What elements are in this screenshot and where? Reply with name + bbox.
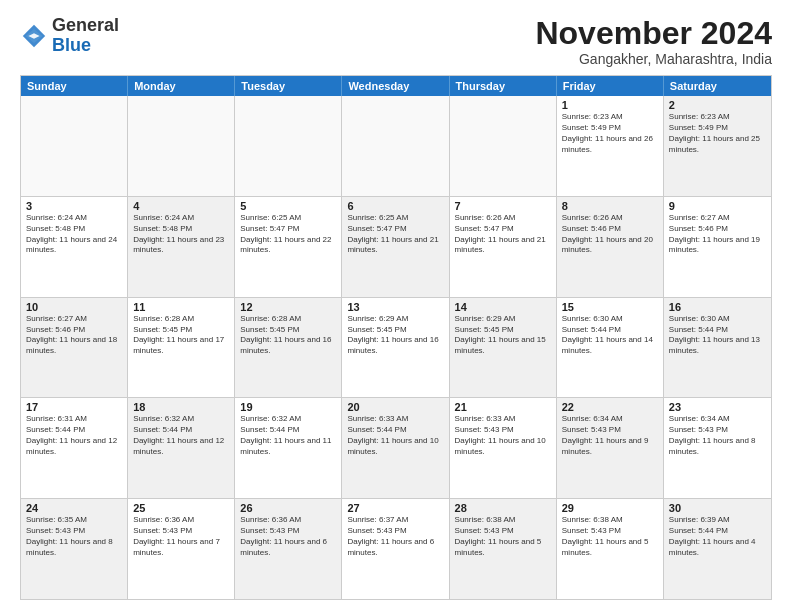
calendar-cell: 2Sunrise: 6:23 AMSunset: 5:49 PMDaylight… xyxy=(664,96,771,196)
logo-icon xyxy=(20,22,48,50)
day-info: Sunrise: 6:34 AMSunset: 5:43 PMDaylight:… xyxy=(669,414,766,457)
day-info: Sunrise: 6:25 AMSunset: 5:47 PMDaylight:… xyxy=(240,213,336,256)
calendar-cell xyxy=(21,96,128,196)
calendar-row-1: 3Sunrise: 6:24 AMSunset: 5:48 PMDaylight… xyxy=(21,196,771,297)
day-number: 7 xyxy=(455,200,551,212)
day-info: Sunrise: 6:31 AMSunset: 5:44 PMDaylight:… xyxy=(26,414,122,457)
calendar-row-3: 17Sunrise: 6:31 AMSunset: 5:44 PMDayligh… xyxy=(21,397,771,498)
calendar-row-0: 1Sunrise: 6:23 AMSunset: 5:49 PMDaylight… xyxy=(21,96,771,196)
day-number: 14 xyxy=(455,301,551,313)
day-number: 12 xyxy=(240,301,336,313)
day-info: Sunrise: 6:24 AMSunset: 5:48 PMDaylight:… xyxy=(133,213,229,256)
calendar-cell: 8Sunrise: 6:26 AMSunset: 5:46 PMDaylight… xyxy=(557,197,664,297)
day-info: Sunrise: 6:27 AMSunset: 5:46 PMDaylight:… xyxy=(26,314,122,357)
day-number: 6 xyxy=(347,200,443,212)
calendar-cell xyxy=(450,96,557,196)
day-info: Sunrise: 6:30 AMSunset: 5:44 PMDaylight:… xyxy=(669,314,766,357)
day-info: Sunrise: 6:36 AMSunset: 5:43 PMDaylight:… xyxy=(240,515,336,558)
day-info: Sunrise: 6:35 AMSunset: 5:43 PMDaylight:… xyxy=(26,515,122,558)
logo-general: General xyxy=(52,15,119,35)
page: General Blue November 2024 Gangakher, Ma… xyxy=(0,0,792,612)
calendar-cell xyxy=(128,96,235,196)
day-number: 20 xyxy=(347,401,443,413)
day-number: 29 xyxy=(562,502,658,514)
calendar-cell: 29Sunrise: 6:38 AMSunset: 5:43 PMDayligh… xyxy=(557,499,664,599)
month-title: November 2024 xyxy=(535,16,772,51)
day-info: Sunrise: 6:33 AMSunset: 5:44 PMDaylight:… xyxy=(347,414,443,457)
logo-blue: Blue xyxy=(52,35,91,55)
calendar-cell: 1Sunrise: 6:23 AMSunset: 5:49 PMDaylight… xyxy=(557,96,664,196)
day-number: 9 xyxy=(669,200,766,212)
calendar-header: SundayMondayTuesdayWednesdayThursdayFrid… xyxy=(21,76,771,96)
calendar-cell xyxy=(342,96,449,196)
calendar-cell: 9Sunrise: 6:27 AMSunset: 5:46 PMDaylight… xyxy=(664,197,771,297)
day-info: Sunrise: 6:23 AMSunset: 5:49 PMDaylight:… xyxy=(669,112,766,155)
title-block: November 2024 Gangakher, Maharashtra, In… xyxy=(535,16,772,67)
calendar-cell: 3Sunrise: 6:24 AMSunset: 5:48 PMDaylight… xyxy=(21,197,128,297)
day-number: 17 xyxy=(26,401,122,413)
day-number: 23 xyxy=(669,401,766,413)
logo-text: General Blue xyxy=(52,16,119,56)
day-number: 3 xyxy=(26,200,122,212)
logo: General Blue xyxy=(20,16,119,56)
calendar-cell: 28Sunrise: 6:38 AMSunset: 5:43 PMDayligh… xyxy=(450,499,557,599)
day-info: Sunrise: 6:36 AMSunset: 5:43 PMDaylight:… xyxy=(133,515,229,558)
day-info: Sunrise: 6:33 AMSunset: 5:43 PMDaylight:… xyxy=(455,414,551,457)
calendar-cell: 26Sunrise: 6:36 AMSunset: 5:43 PMDayligh… xyxy=(235,499,342,599)
header-day-monday: Monday xyxy=(128,76,235,96)
day-info: Sunrise: 6:39 AMSunset: 5:44 PMDaylight:… xyxy=(669,515,766,558)
day-number: 26 xyxy=(240,502,336,514)
header-day-tuesday: Tuesday xyxy=(235,76,342,96)
calendar-cell: 16Sunrise: 6:30 AMSunset: 5:44 PMDayligh… xyxy=(664,298,771,398)
day-number: 15 xyxy=(562,301,658,313)
calendar-cell: 22Sunrise: 6:34 AMSunset: 5:43 PMDayligh… xyxy=(557,398,664,498)
calendar-cell: 15Sunrise: 6:30 AMSunset: 5:44 PMDayligh… xyxy=(557,298,664,398)
calendar-cell: 27Sunrise: 6:37 AMSunset: 5:43 PMDayligh… xyxy=(342,499,449,599)
day-number: 25 xyxy=(133,502,229,514)
day-number: 8 xyxy=(562,200,658,212)
header-day-saturday: Saturday xyxy=(664,76,771,96)
day-number: 4 xyxy=(133,200,229,212)
calendar-cell: 12Sunrise: 6:28 AMSunset: 5:45 PMDayligh… xyxy=(235,298,342,398)
day-number: 22 xyxy=(562,401,658,413)
header-day-friday: Friday xyxy=(557,76,664,96)
header-day-wednesday: Wednesday xyxy=(342,76,449,96)
day-info: Sunrise: 6:34 AMSunset: 5:43 PMDaylight:… xyxy=(562,414,658,457)
day-info: Sunrise: 6:30 AMSunset: 5:44 PMDaylight:… xyxy=(562,314,658,357)
calendar-cell: 20Sunrise: 6:33 AMSunset: 5:44 PMDayligh… xyxy=(342,398,449,498)
calendar-cell xyxy=(235,96,342,196)
day-info: Sunrise: 6:29 AMSunset: 5:45 PMDaylight:… xyxy=(455,314,551,357)
header-day-sunday: Sunday xyxy=(21,76,128,96)
calendar-row-2: 10Sunrise: 6:27 AMSunset: 5:46 PMDayligh… xyxy=(21,297,771,398)
day-info: Sunrise: 6:24 AMSunset: 5:48 PMDaylight:… xyxy=(26,213,122,256)
calendar-cell: 4Sunrise: 6:24 AMSunset: 5:48 PMDaylight… xyxy=(128,197,235,297)
calendar-cell: 13Sunrise: 6:29 AMSunset: 5:45 PMDayligh… xyxy=(342,298,449,398)
calendar-cell: 10Sunrise: 6:27 AMSunset: 5:46 PMDayligh… xyxy=(21,298,128,398)
day-info: Sunrise: 6:32 AMSunset: 5:44 PMDaylight:… xyxy=(133,414,229,457)
day-number: 10 xyxy=(26,301,122,313)
day-number: 21 xyxy=(455,401,551,413)
day-info: Sunrise: 6:27 AMSunset: 5:46 PMDaylight:… xyxy=(669,213,766,256)
calendar-cell: 21Sunrise: 6:33 AMSunset: 5:43 PMDayligh… xyxy=(450,398,557,498)
day-info: Sunrise: 6:26 AMSunset: 5:47 PMDaylight:… xyxy=(455,213,551,256)
day-number: 18 xyxy=(133,401,229,413)
day-info: Sunrise: 6:38 AMSunset: 5:43 PMDaylight:… xyxy=(455,515,551,558)
calendar-cell: 24Sunrise: 6:35 AMSunset: 5:43 PMDayligh… xyxy=(21,499,128,599)
calendar-cell: 14Sunrise: 6:29 AMSunset: 5:45 PMDayligh… xyxy=(450,298,557,398)
day-info: Sunrise: 6:32 AMSunset: 5:44 PMDaylight:… xyxy=(240,414,336,457)
calendar-cell: 19Sunrise: 6:32 AMSunset: 5:44 PMDayligh… xyxy=(235,398,342,498)
day-info: Sunrise: 6:28 AMSunset: 5:45 PMDaylight:… xyxy=(133,314,229,357)
day-number: 11 xyxy=(133,301,229,313)
day-number: 2 xyxy=(669,99,766,111)
calendar-row-4: 24Sunrise: 6:35 AMSunset: 5:43 PMDayligh… xyxy=(21,498,771,599)
calendar-cell: 25Sunrise: 6:36 AMSunset: 5:43 PMDayligh… xyxy=(128,499,235,599)
day-number: 24 xyxy=(26,502,122,514)
day-info: Sunrise: 6:29 AMSunset: 5:45 PMDaylight:… xyxy=(347,314,443,357)
calendar-cell: 17Sunrise: 6:31 AMSunset: 5:44 PMDayligh… xyxy=(21,398,128,498)
day-number: 27 xyxy=(347,502,443,514)
day-info: Sunrise: 6:38 AMSunset: 5:43 PMDaylight:… xyxy=(562,515,658,558)
calendar-cell: 11Sunrise: 6:28 AMSunset: 5:45 PMDayligh… xyxy=(128,298,235,398)
header-day-thursday: Thursday xyxy=(450,76,557,96)
calendar-cell: 7Sunrise: 6:26 AMSunset: 5:47 PMDaylight… xyxy=(450,197,557,297)
header: General Blue November 2024 Gangakher, Ma… xyxy=(20,16,772,67)
